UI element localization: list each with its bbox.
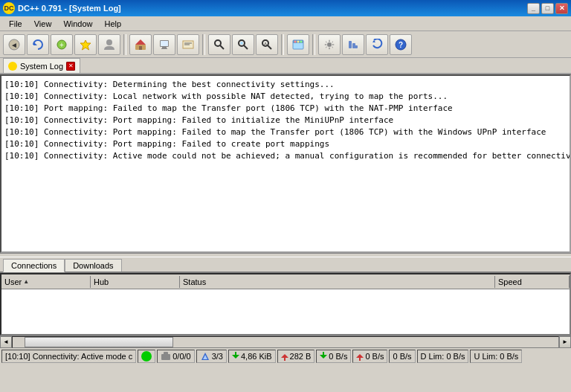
menu-help[interactable]: Help [99,18,128,30]
follow-redirect-button[interactable] [177,34,199,55]
search-button[interactable] [208,34,230,55]
menu-file[interactable]: File [3,18,28,30]
log-line-6: [10:10] Connectivity: Active mode could … [4,150,567,162]
share-icon [161,351,171,362]
toolbar-sep-3 [281,34,284,55]
share-info: 0/0/0 [172,352,190,361]
svg-point-6 [106,39,112,45]
hscroll-right-btn[interactable]: ► [559,336,571,348]
connections-button[interactable] [342,34,364,55]
th-status[interactable]: Status [180,276,495,288]
user-cmd-button[interactable] [98,34,120,55]
svg-point-17 [215,40,221,46]
log-area-wrapper: [10:10] Connectivity: Determining the be… [0,74,571,253]
settings-button[interactable] [318,34,341,55]
svg-rect-46 [323,352,324,356]
browser-button[interactable] [287,34,309,55]
dl-speed: 0 B/s [329,352,347,361]
maximize-button[interactable]: □ [541,3,554,14]
status-dl-speed-segment: 0 B/s [316,350,351,363]
status-bar: [10:10] Connectivity: Active mode c 0/0/… [0,347,571,364]
svg-rect-31 [349,41,352,48]
hscroll-left-btn[interactable]: ◄ [0,336,12,348]
status-log-preview: [10:10] Connectivity: Active mode c [1,350,136,363]
status-log-text: [10:10] Connectivity: Active mode c [5,352,132,361]
svg-marker-8 [135,39,146,45]
svg-rect-11 [161,41,168,46]
tab-label: System Log [20,62,63,71]
log-area[interactable]: [10:10] Connectivity: Determining the be… [0,74,571,253]
svg-rect-37 [161,354,170,360]
svg-text:?: ? [399,41,403,49]
dl-speed-icon [320,351,327,362]
th-speed[interactable]: Speed [495,276,570,288]
pub-hubs-button[interactable] [129,34,152,55]
status-slots-segment: 3/3 [196,350,227,363]
top-tab-bar: System Log ✕ [0,58,571,74]
toolbar-sep-1 [123,34,126,55]
spy-button[interactable] [232,34,254,55]
svg-line-20 [244,45,248,49]
svg-marker-5 [80,40,91,50]
svg-text:◄: ◄ [10,41,18,49]
download-size: 4,86 KiB [241,352,272,361]
reconnect-button[interactable] [153,34,175,55]
hscroll-thumb[interactable] [25,337,173,347]
th-user[interactable]: User ▲ [1,276,91,288]
title-bar-controls: _ □ ✕ [527,3,568,14]
hscroll-track[interactable] [12,336,559,348]
svg-rect-12 [162,47,167,48]
about-button[interactable]: ? [390,34,412,55]
log-line-3: [10:10] Connectivity: Port mapping: Fail… [4,115,567,126]
status-icon-segment [138,350,155,363]
status-upload-segment: 282 B [277,350,315,363]
close-button[interactable]: ✕ [555,3,568,14]
table-header: User ▲ Hub Status Speed [1,274,570,289]
svg-text:+: + [59,41,64,49]
log-line-2: [10:10] Port mapping: Failed to map the … [4,103,567,115]
connect-button[interactable]: + [51,34,73,55]
toolbar-sep-2 [202,34,205,55]
svg-rect-42 [235,352,236,356]
status-ul-speed-segment: 0 B/s [352,350,387,363]
status-dlim-segment: D Lim: 0 B/s [417,350,469,363]
download-icon [232,351,239,362]
svg-rect-48 [359,357,361,361]
tab-close-button[interactable]: ✕ [66,62,75,71]
system-log-tab[interactable]: System Log ✕ [3,58,80,73]
u-lim: U Lim: 0 B/s [474,352,518,361]
svg-point-30 [327,42,332,47]
svg-point-21 [240,42,243,45]
svg-rect-38 [164,352,168,355]
back-button[interactable]: ◄ [3,34,25,55]
ul-speed: 0 B/s [365,352,384,361]
th-hub[interactable]: Hub [91,276,180,288]
table-body [1,289,570,334]
minimize-button[interactable]: _ [527,3,540,14]
svg-rect-33 [355,45,358,48]
hscroll-bar[interactable]: ◄ ► [0,335,571,347]
app-icon: DC [3,2,15,14]
menu-bar: File View Window Help [0,16,571,31]
downloads-tab[interactable]: Downloads [65,259,121,271]
toolbar-sep-4 [312,34,315,55]
favorite-hubs-button[interactable] [74,34,97,55]
upload-size: 282 B [290,352,312,361]
title-bar-left: DC DC++ 0.791 - [System Log] [3,2,121,14]
refresh-button[interactable] [27,34,49,55]
hash-button[interactable] [366,34,388,55]
adlsearch-button[interactable]: A [256,34,278,55]
log-line-5: [10:10] Connectivity: Port mapping: Fail… [4,138,567,150]
connectivity-icon [141,351,152,362]
connections-tab[interactable]: Connections [3,259,65,272]
svg-line-23 [268,45,271,49]
menu-window[interactable]: Window [57,18,98,30]
bottom-panel: Connections Downloads User ▲ Hub Status … [0,257,571,335]
upload-icon [281,351,288,362]
log-line-1: [10:10] Connectivity: Local network with… [4,91,567,103]
svg-text:A: A [264,42,267,46]
svg-marker-34 [372,40,375,42]
log-line-4: [10:10] Connectivity: Port mapping: Fail… [4,126,567,138]
log-line-0: [10:10] Connectivity: Determining the be… [4,79,567,91]
menu-view[interactable]: View [28,18,58,30]
